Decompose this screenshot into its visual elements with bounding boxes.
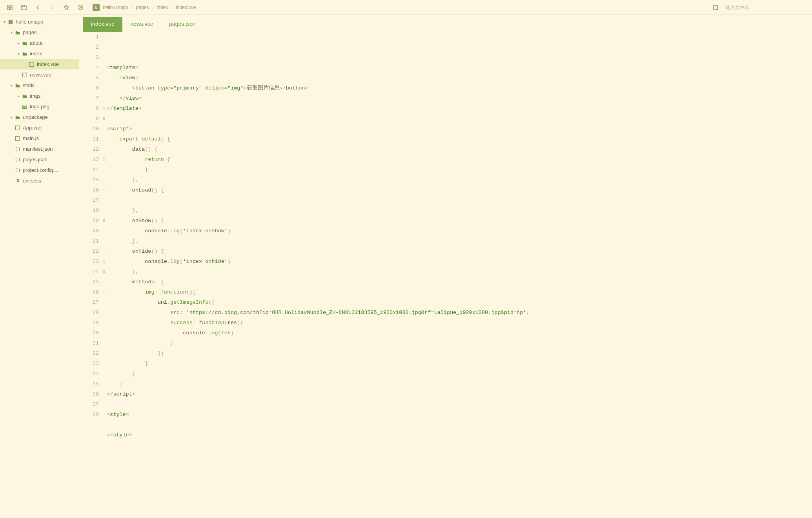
code-line[interactable]: } (107, 165, 812, 175)
code-line[interactable]: </view> (107, 93, 812, 104)
code-line[interactable]: <view> (107, 73, 812, 83)
tree-item-index[interactable]: ▾index (0, 48, 79, 59)
tree-item-news-vue[interactable]: news.vue (0, 69, 79, 80)
tree-item-imgs[interactable]: ▸imgs (0, 91, 79, 101)
code-line[interactable] (107, 440, 812, 451)
folder-icon (14, 83, 21, 88)
code-line[interactable]: }, (107, 236, 812, 246)
tree-item-project-config----[interactable]: project.config.... (0, 165, 79, 175)
editor-tabs: index.vuenews.vuepages.json (79, 15, 812, 32)
code-line[interactable]: </style> (107, 430, 812, 440)
code-line[interactable]: console.log(res) (107, 328, 812, 338)
chevron-icon[interactable]: ▾ (16, 51, 21, 56)
tab-index-vue[interactable]: index.vue (83, 17, 122, 32)
code-line[interactable]: }, (107, 206, 812, 216)
vue-icon (14, 125, 21, 131)
code-line[interactable]: src: 'https://cn.bing.com/th?id=OHR.Holi… (107, 308, 812, 318)
chevron-icon[interactable]: ▸ (16, 94, 21, 98)
tree-item-index-vue[interactable]: index.vue (0, 59, 79, 69)
tree-item-label: index (30, 51, 42, 57)
code-line[interactable]: methods: { (107, 277, 812, 287)
tree-item-manifest-json[interactable]: manifest.json (0, 144, 79, 154)
json-icon (14, 146, 21, 152)
code-line[interactable] (107, 195, 812, 206)
back-icon[interactable] (31, 2, 45, 13)
tree-item-pages[interactable]: ▾pages (0, 27, 79, 38)
code-line[interactable]: <template> (107, 63, 812, 73)
code-line[interactable]: </script> (107, 389, 812, 399)
code-line[interactable]: console.log('index onshow') (107, 226, 812, 236)
json-icon (14, 168, 21, 173)
project-icon (7, 19, 14, 25)
code-line[interactable]: onLoad() { (107, 185, 812, 195)
tree-item-label: logo.png (30, 104, 49, 109)
code-line[interactable]: return { (107, 155, 812, 165)
breadcrumb-item[interactable]: pages (136, 5, 149, 10)
breadcrumb-item[interactable]: hello uniapp (103, 5, 128, 10)
search-icon[interactable] (709, 2, 723, 13)
file-tree: ▾hello uniapp▾pages▸about▾indexindex.vue… (0, 15, 79, 518)
tree-item-hello-uniapp[interactable]: ▾hello uniapp (0, 16, 79, 27)
code-line[interactable]: }) (107, 348, 812, 359)
tree-item-uni-scss[interactable]: uni.scss (0, 175, 79, 186)
tab-pages-json[interactable]: pages.json (161, 17, 204, 32)
tree-item-about[interactable]: ▸about (0, 38, 79, 48)
chevron-icon[interactable]: ▾ (9, 30, 14, 35)
tree-item-unpackage[interactable]: ▸unpackage (0, 112, 79, 122)
breadcrumb-item[interactable]: index (157, 5, 168, 10)
code-line[interactable]: } (107, 338, 812, 348)
code-line[interactable]: } (107, 359, 812, 369)
code-line[interactable] (107, 114, 812, 124)
search-input[interactable] (726, 5, 804, 10)
breadcrumb-item[interactable]: index.vue (176, 5, 196, 10)
tree-item-static[interactable]: ▾static (0, 80, 79, 91)
code-line[interactable]: } (107, 379, 812, 389)
svg-rect-6 (714, 5, 717, 9)
menu-icon[interactable] (3, 2, 16, 13)
code-line[interactable]: } (107, 369, 812, 379)
code-line[interactable]: export default { (107, 134, 812, 144)
code-line[interactable]: <style> (107, 410, 812, 420)
tree-item-label: static (23, 82, 35, 88)
folder-icon (21, 40, 28, 46)
folder-icon (14, 30, 21, 35)
chevron-icon[interactable]: ▸ (16, 41, 21, 45)
tab-news-vue[interactable]: news.vue (122, 17, 161, 32)
vue-icon (28, 62, 35, 67)
code-editor[interactable]: 1234567891011121314151617181920212223242… (79, 32, 812, 518)
code-line[interactable]: console.log('index onhide') (107, 257, 812, 267)
tree-item-label: index.vue (37, 61, 59, 67)
run-icon[interactable] (74, 2, 87, 13)
save-icon[interactable] (17, 2, 31, 13)
code-line[interactable]: <script> (107, 124, 812, 134)
code-line[interactable]: <button type="primary" @click="img">获取图片… (107, 83, 812, 93)
tree-item-label: main.js (23, 135, 39, 141)
vue-icon (21, 72, 28, 78)
tree-item-App-vue[interactable]: App.vue (0, 122, 79, 133)
tree-item-main-js[interactable]: main.js (0, 133, 79, 144)
chevron-icon[interactable]: ▸ (9, 115, 14, 119)
code-line[interactable]: }, (107, 267, 812, 277)
chevron-icon[interactable]: ▾ (2, 20, 7, 24)
code-line[interactable]: uni.getImageInfo({ (107, 297, 812, 308)
code-line[interactable]: success: function(res){ (107, 318, 812, 328)
star-icon[interactable] (60, 2, 73, 13)
folder-icon (21, 51, 28, 57)
svg-rect-0 (7, 5, 9, 7)
tree-item-pages-json[interactable]: pages.json (0, 154, 79, 165)
code-line[interactable]: }, (107, 175, 812, 185)
chevron-icon[interactable]: ▾ (9, 83, 14, 88)
tree-item-label: unpackage (23, 114, 48, 120)
code-line[interactable] (107, 420, 812, 430)
code-line[interactable]: img: function(){ (107, 287, 812, 297)
code-line[interactable] (107, 399, 812, 410)
code-line[interactable]: data() { (107, 144, 812, 155)
scss-icon (14, 178, 21, 184)
code-line[interactable]: onShow() { (107, 216, 812, 226)
forward-icon[interactable] (46, 2, 59, 13)
folder-icon (14, 115, 21, 120)
tree-item-label: pages (23, 29, 36, 35)
code-line[interactable]: onHide() { (107, 246, 812, 257)
tree-item-logo-png[interactable]: logo.png (0, 101, 79, 112)
code-line[interactable]: </template> (107, 104, 812, 114)
